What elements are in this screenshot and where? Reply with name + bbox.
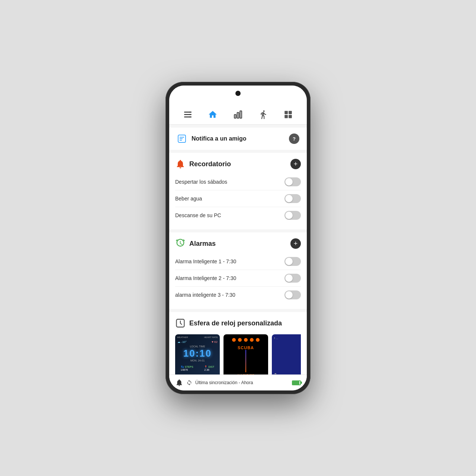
reminder-label-0: Despertar los sábados — [175, 179, 227, 185]
menu-button[interactable] — [181, 108, 194, 121]
watchface-2[interactable]: SCUBA % 1 00 TLE07 5 Atm — [223, 334, 268, 374]
reminder-toggle-1[interactable] — [284, 194, 301, 203]
sync-icon — [186, 380, 192, 386]
reminder-section: Recordatorio Despertar los sábados Beber… — [169, 153, 307, 229]
bottom-bar: Última sincronización - Ahora — [169, 374, 307, 390]
reminder-title: Recordatorio — [189, 160, 231, 168]
svg-line-16 — [180, 323, 182, 325]
reminder-header: Recordatorio — [175, 159, 301, 169]
bottom-bell-icon — [175, 379, 183, 387]
watchface-3[interactable]: f ... 12 07. ☂ — [272, 334, 301, 374]
watchface-header: Esfera de reloj personalizada — [175, 318, 301, 328]
svg-rect-8 — [284, 115, 288, 118]
battery-fill — [293, 381, 299, 385]
activity-button[interactable] — [257, 108, 270, 121]
alarms-add-button[interactable] — [290, 238, 301, 249]
widgets-button[interactable] — [282, 108, 295, 121]
bell-icon — [175, 159, 186, 169]
sync-text: Última sincronización - Ahora — [195, 380, 289, 385]
stats-button[interactable] — [231, 108, 245, 121]
phone-frame: Notifica a un amigo ? Recordatorio — [165, 82, 311, 394]
reminder-label-1: Beber agua — [175, 196, 202, 202]
reminder-title-row: Recordatorio — [175, 159, 231, 169]
reminder-item-1: Beber agua — [175, 190, 301, 207]
nav-bar — [169, 105, 307, 125]
alarm-label-1: Alarma Inteligente 2 - 7:30 — [175, 275, 236, 281]
reminder-label-2: Descanse de su PC — [175, 212, 221, 218]
screen-content: Notifica a un amigo ? Recordatorio — [169, 125, 307, 374]
alarm-icon — [175, 238, 186, 249]
alarm-toggle-0[interactable] — [284, 257, 301, 266]
alarms-title-row: Alarmas — [175, 238, 216, 249]
notify-icon — [177, 134, 187, 144]
svg-rect-6 — [284, 111, 288, 114]
reminder-toggle-0[interactable] — [284, 177, 301, 186]
help-button[interactable]: ? — [289, 134, 299, 144]
home-button[interactable] — [206, 108, 219, 121]
notify-title-row: Notifica a un amigo — [177, 134, 247, 144]
reminder-toggle-2[interactable] — [284, 211, 301, 220]
watchface-section: Esfera de reloj personalizada WEATHERHEA… — [169, 312, 307, 374]
notify-title: Notifica a un amigo — [192, 135, 247, 142]
alarm-label-0: Alarma Inteligente 1 - 7:30 — [175, 258, 236, 264]
alarm-item-0: Alarma Inteligente 1 - 7:30 — [175, 253, 301, 270]
alarm-toggle-1[interactable] — [284, 274, 301, 283]
svg-rect-5 — [240, 111, 241, 118]
alarms-section: Alarmas Alarma Inteligente 1 - 7:30 Alar… — [169, 232, 307, 309]
alarm-toggle-2[interactable] — [284, 290, 301, 299]
phone-screen: Notifica a un amigo ? Recordatorio — [169, 86, 307, 390]
clock-icon — [175, 318, 186, 328]
battery-icon — [292, 380, 301, 385]
alarms-title: Alarmas — [189, 240, 216, 248]
svg-rect-3 — [234, 115, 236, 118]
svg-rect-7 — [289, 111, 292, 114]
alarms-header: Alarmas — [175, 238, 301, 249]
alarm-item-1: Alarma Inteligente 2 - 7:30 — [175, 270, 301, 287]
svg-rect-9 — [289, 115, 292, 118]
watchface-title-row: Esfera de reloj personalizada — [175, 318, 282, 328]
notify-section: Notifica a un amigo ? — [169, 128, 307, 150]
reminder-add-button[interactable] — [290, 159, 301, 169]
svg-rect-4 — [237, 113, 239, 118]
phone-camera — [235, 91, 241, 96]
alarm-item-2: alarma inteligente 3 - 7:30 — [175, 287, 301, 303]
watchface-1[interactable]: WEATHERHEART RATE ☁ -10° ♥ 62 LOCAL TIME… — [175, 334, 220, 374]
reminder-item-0: Despertar los sábados — [175, 174, 301, 190]
reminder-item-2: Descanse de su PC — [175, 207, 301, 223]
alarm-label-2: alarma inteligente 3 - 7:30 — [175, 292, 235, 298]
watchface-scroll[interactable]: WEATHERHEART RATE ☁ -10° ♥ 62 LOCAL TIME… — [175, 333, 301, 374]
watchface-title: Esfera de reloj personalizada — [189, 319, 282, 327]
